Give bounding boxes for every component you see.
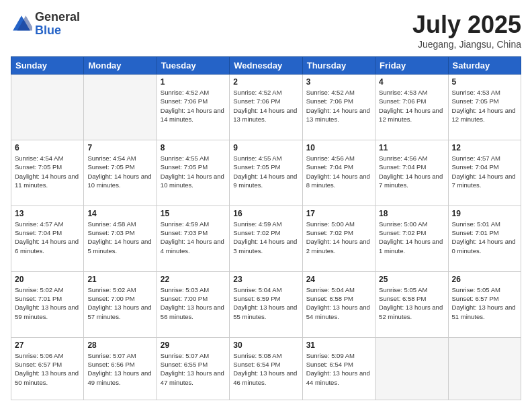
- day-number: 9: [233, 143, 298, 152]
- weekday-header: Friday: [375, 57, 448, 75]
- calendar-cell: 29Sunrise: 5:07 AMSunset: 6:55 PMDayligh…: [157, 337, 229, 400]
- day-number: 25: [379, 275, 444, 284]
- logo-text: General Blue: [35, 11, 80, 38]
- day-number: 1: [161, 77, 226, 87]
- day-info: Sunrise: 5:00 AMSunset: 7:02 PMDaylight:…: [379, 220, 444, 255]
- day-number: 7: [87, 143, 152, 152]
- day-number: 17: [306, 209, 371, 218]
- calendar-table: SundayMondayTuesdayWednesdayThursdayFrid…: [11, 56, 521, 400]
- calendar-cell: 23Sunrise: 5:04 AMSunset: 6:59 PMDayligh…: [230, 271, 302, 337]
- day-info: Sunrise: 5:07 AMSunset: 6:55 PMDaylight:…: [161, 351, 226, 387]
- calendar-cell: [84, 75, 157, 140]
- day-number: 6: [15, 143, 80, 152]
- day-number: 11: [379, 143, 444, 152]
- day-info: Sunrise: 4:54 AMSunset: 7:05 PMDaylight:…: [15, 154, 80, 189]
- day-info: Sunrise: 4:53 AMSunset: 7:06 PMDaylight:…: [379, 88, 444, 124]
- day-number: 14: [87, 209, 152, 218]
- weekday-header: Tuesday: [157, 57, 229, 75]
- calendar-cell: 21Sunrise: 5:02 AMSunset: 7:00 PMDayligh…: [84, 271, 157, 337]
- weekday-header: Monday: [84, 57, 157, 75]
- calendar-cell: [375, 337, 448, 400]
- day-info: Sunrise: 5:04 AMSunset: 6:58 PMDaylight:…: [306, 285, 371, 321]
- weekday-header: Thursday: [302, 57, 375, 75]
- day-number: 28: [87, 340, 152, 350]
- calendar-cell: 9Sunrise: 4:55 AMSunset: 7:05 PMDaylight…: [230, 140, 302, 205]
- day-info: Sunrise: 4:55 AMSunset: 7:05 PMDaylight:…: [233, 154, 298, 189]
- calendar-cell: 13Sunrise: 4:57 AMSunset: 7:04 PMDayligh…: [11, 205, 84, 271]
- day-info: Sunrise: 5:08 AMSunset: 6:54 PMDaylight:…: [233, 351, 298, 387]
- day-info: Sunrise: 4:59 AMSunset: 7:03 PMDaylight:…: [161, 220, 226, 255]
- day-number: 18: [379, 209, 444, 218]
- day-number: 4: [379, 77, 444, 87]
- day-info: Sunrise: 5:09 AMSunset: 6:54 PMDaylight:…: [306, 351, 371, 387]
- day-info: Sunrise: 4:57 AMSunset: 7:04 PMDaylight:…: [15, 220, 80, 255]
- day-number: 16: [233, 209, 298, 218]
- header: General Blue July 2025 Juegang, Jiangsu,…: [11, 11, 521, 50]
- day-info: Sunrise: 5:07 AMSunset: 6:56 PMDaylight:…: [87, 351, 152, 387]
- day-info: Sunrise: 4:52 AMSunset: 7:06 PMDaylight:…: [161, 88, 226, 124]
- day-number: 21: [87, 275, 152, 284]
- calendar-cell: 12Sunrise: 4:57 AMSunset: 7:04 PMDayligh…: [448, 140, 521, 205]
- day-info: Sunrise: 4:52 AMSunset: 7:06 PMDaylight:…: [306, 88, 371, 124]
- calendar-cell: 30Sunrise: 5:08 AMSunset: 6:54 PMDayligh…: [230, 337, 302, 400]
- day-info: Sunrise: 4:56 AMSunset: 7:04 PMDaylight:…: [306, 154, 371, 189]
- day-number: 20: [15, 275, 80, 284]
- day-info: Sunrise: 4:54 AMSunset: 7:05 PMDaylight:…: [87, 154, 152, 189]
- calendar-week-row: 20Sunrise: 5:02 AMSunset: 7:01 PMDayligh…: [11, 271, 521, 337]
- calendar-cell: 11Sunrise: 4:56 AMSunset: 7:04 PMDayligh…: [375, 140, 448, 205]
- calendar-cell: 17Sunrise: 5:00 AMSunset: 7:02 PMDayligh…: [302, 205, 375, 271]
- calendar-cell: 2Sunrise: 4:52 AMSunset: 7:06 PMDaylight…: [230, 75, 302, 140]
- day-info: Sunrise: 5:01 AMSunset: 7:01 PMDaylight:…: [452, 220, 517, 255]
- day-number: 27: [15, 340, 80, 350]
- day-number: 12: [452, 143, 517, 152]
- day-info: Sunrise: 5:00 AMSunset: 7:02 PMDaylight:…: [306, 220, 371, 255]
- weekday-header-row: SundayMondayTuesdayWednesdayThursdayFrid…: [11, 57, 521, 75]
- calendar-cell: [11, 75, 84, 140]
- calendar-cell: 14Sunrise: 4:58 AMSunset: 7:03 PMDayligh…: [84, 205, 157, 271]
- calendar-cell: 25Sunrise: 5:05 AMSunset: 6:58 PMDayligh…: [375, 271, 448, 337]
- day-number: 2: [233, 77, 298, 87]
- weekday-header: Sunday: [11, 57, 84, 75]
- day-number: 19: [452, 209, 517, 218]
- calendar-cell: [448, 337, 521, 400]
- day-info: Sunrise: 4:56 AMSunset: 7:04 PMDaylight:…: [379, 154, 444, 189]
- calendar-cell: 6Sunrise: 4:54 AMSunset: 7:05 PMDaylight…: [11, 140, 84, 205]
- day-info: Sunrise: 5:02 AMSunset: 7:00 PMDaylight:…: [87, 285, 152, 321]
- calendar-week-row: 6Sunrise: 4:54 AMSunset: 7:05 PMDaylight…: [11, 140, 521, 205]
- calendar-cell: 1Sunrise: 4:52 AMSunset: 7:06 PMDaylight…: [157, 75, 229, 140]
- calendar-cell: 7Sunrise: 4:54 AMSunset: 7:05 PMDaylight…: [84, 140, 157, 205]
- calendar-cell: 3Sunrise: 4:52 AMSunset: 7:06 PMDaylight…: [302, 75, 375, 140]
- day-number: 3: [306, 77, 371, 87]
- day-number: 13: [15, 209, 80, 218]
- logo-general: General: [35, 11, 80, 24]
- month-title: July 2025: [412, 11, 521, 39]
- logo: General Blue: [11, 11, 80, 38]
- day-info: Sunrise: 4:57 AMSunset: 7:04 PMDaylight:…: [452, 154, 517, 189]
- day-info: Sunrise: 4:53 AMSunset: 7:05 PMDaylight:…: [452, 88, 517, 124]
- calendar-cell: 16Sunrise: 4:59 AMSunset: 7:02 PMDayligh…: [230, 205, 302, 271]
- calendar-week-row: 13Sunrise: 4:57 AMSunset: 7:04 PMDayligh…: [11, 205, 521, 271]
- calendar-cell: 4Sunrise: 4:53 AMSunset: 7:06 PMDaylight…: [375, 75, 448, 140]
- day-number: 29: [161, 340, 226, 350]
- day-number: 26: [452, 275, 517, 284]
- calendar-cell: 15Sunrise: 4:59 AMSunset: 7:03 PMDayligh…: [157, 205, 229, 271]
- calendar-cell: 18Sunrise: 5:00 AMSunset: 7:02 PMDayligh…: [375, 205, 448, 271]
- day-info: Sunrise: 5:05 AMSunset: 6:57 PMDaylight:…: [452, 285, 517, 321]
- day-number: 15: [161, 209, 226, 218]
- day-info: Sunrise: 4:59 AMSunset: 7:02 PMDaylight:…: [233, 220, 298, 255]
- day-number: 31: [306, 340, 371, 350]
- calendar-week-row: 27Sunrise: 5:06 AMSunset: 6:57 PMDayligh…: [11, 337, 521, 400]
- calendar-cell: 5Sunrise: 4:53 AMSunset: 7:05 PMDaylight…: [448, 75, 521, 140]
- day-info: Sunrise: 5:02 AMSunset: 7:01 PMDaylight:…: [15, 285, 80, 321]
- calendar-cell: 28Sunrise: 5:07 AMSunset: 6:56 PMDayligh…: [84, 337, 157, 400]
- calendar-cell: 10Sunrise: 4:56 AMSunset: 7:04 PMDayligh…: [302, 140, 375, 205]
- day-info: Sunrise: 5:03 AMSunset: 7:00 PMDaylight:…: [161, 285, 226, 321]
- day-number: 23: [233, 275, 298, 284]
- calendar-cell: 27Sunrise: 5:06 AMSunset: 6:57 PMDayligh…: [11, 337, 84, 400]
- calendar-cell: 19Sunrise: 5:01 AMSunset: 7:01 PMDayligh…: [448, 205, 521, 271]
- calendar-cell: 22Sunrise: 5:03 AMSunset: 7:00 PMDayligh…: [157, 271, 229, 337]
- calendar-week-row: 1Sunrise: 4:52 AMSunset: 7:06 PMDaylight…: [11, 75, 521, 140]
- day-number: 8: [161, 143, 226, 152]
- day-number: 30: [233, 340, 298, 350]
- logo-blue: Blue: [35, 24, 80, 38]
